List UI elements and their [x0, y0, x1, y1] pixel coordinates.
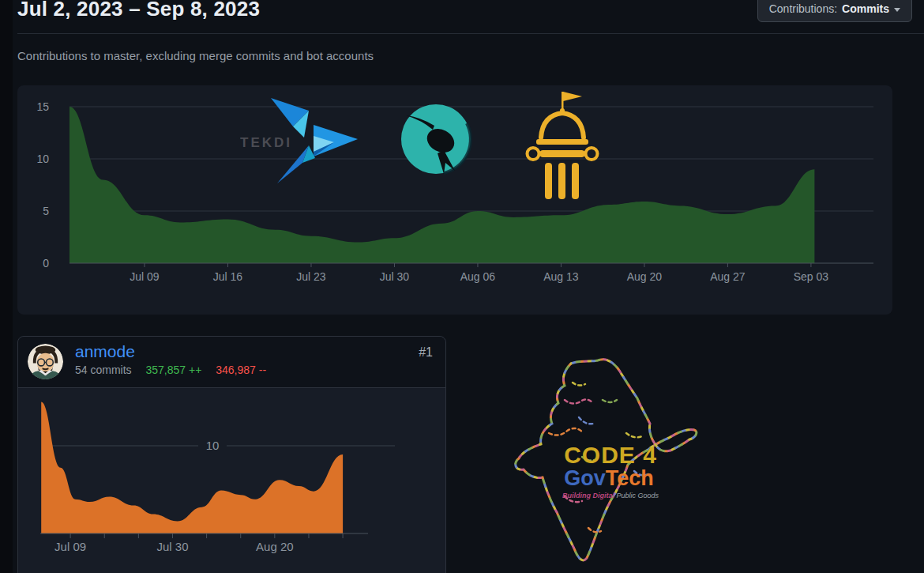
x-axis-label: Jul 30: [380, 270, 410, 283]
contributor-identity: anmode 54 commits 357,857 ++ 346,987 --: [75, 342, 266, 376]
contributor-stats: 54 commits 357,857 ++ 346,987 --: [75, 364, 266, 376]
dropdown-label: Contributions:: [769, 2, 837, 15]
c4gt-tagline-left: Building Digital: [562, 492, 617, 499]
pillar-icon: [536, 92, 588, 199]
y-axis-label: 15: [36, 100, 49, 113]
contributions-dropdown[interactable]: Contributions: Commits: [757, 0, 912, 22]
contributions-subtitle: Contributions to master, excluding merge…: [17, 49, 374, 62]
avatar[interactable]: [27, 343, 64, 380]
deletions-count: 346,987 --: [216, 364, 266, 376]
left-edge-strip: [0, 0, 13, 573]
tekdi-shape: [277, 145, 309, 183]
commit-count: 54 commits: [75, 364, 132, 376]
pillar-volute: [586, 148, 598, 160]
c4gt-govtech: GovTech: [564, 466, 654, 490]
code4govtech-logo: CODE 4 GovTech Building Digital Public G…: [509, 354, 707, 573]
c4gt-title: CODE 4: [564, 442, 657, 468]
tekdi-logo: [258, 90, 369, 194]
c4gt-tech: Tech: [606, 466, 654, 490]
contributor-chart: 10Jul 09Jul 30Aug 20: [18, 388, 445, 573]
contributor-username-link[interactable]: anmode: [75, 342, 266, 361]
y-axis-label: 5: [43, 205, 49, 217]
sunbird-logo: [398, 101, 474, 177]
dropdown-value: Commits: [842, 2, 889, 15]
y-axis-label: 10: [36, 153, 49, 165]
c4gt-gov: Gov: [564, 466, 606, 490]
contributor-card-header: anmode 54 commits 357,857 ++ 346,987 -- …: [18, 337, 445, 388]
c4gt-tagline-right: Public Goods: [616, 492, 659, 499]
x-axis-label: Jul 09: [54, 540, 86, 553]
x-axis-label: Aug 20: [256, 540, 294, 553]
pillar-dome: [541, 113, 584, 138]
caret-down-icon: [894, 8, 900, 12]
x-axis-label: Jul 09: [130, 270, 160, 283]
area-series: [41, 402, 343, 534]
x-axis-label: Aug 13: [543, 270, 579, 283]
x-axis-label: Aug 27: [710, 270, 746, 283]
y-axis-label: 10: [206, 439, 220, 452]
c4gt-tagline: Building Digital Public Goods: [562, 492, 659, 499]
additions-count: 357,857 ++: [145, 364, 201, 376]
pillar-logo: [520, 90, 599, 201]
x-axis-label: Jul 16: [213, 270, 243, 283]
y-axis-label: 0: [43, 257, 49, 270]
x-axis-label: Aug 20: [627, 270, 663, 283]
contributions-graph-panel: 051015Jul 09Jul 16Jul 23Jul 30Aug 06Aug …: [17, 85, 892, 315]
x-axis-label: Jul 30: [156, 540, 188, 553]
date-range-title: Jul 2, 2023 – Sep 8, 2023: [17, 0, 260, 21]
x-axis-label: Aug 06: [460, 270, 496, 283]
contributor-rank-link[interactable]: #1: [419, 345, 433, 360]
header-divider: [17, 33, 924, 34]
contributor-card: anmode 54 commits 357,857 ++ 346,987 -- …: [17, 336, 446, 573]
pillar-volute: [528, 148, 539, 160]
x-axis-label: Jul 23: [296, 270, 326, 283]
page: Jul 2, 2023 – Sep 8, 2023 Contributions:…: [0, 0, 924, 573]
x-axis-label: Sep 03: [794, 270, 829, 283]
